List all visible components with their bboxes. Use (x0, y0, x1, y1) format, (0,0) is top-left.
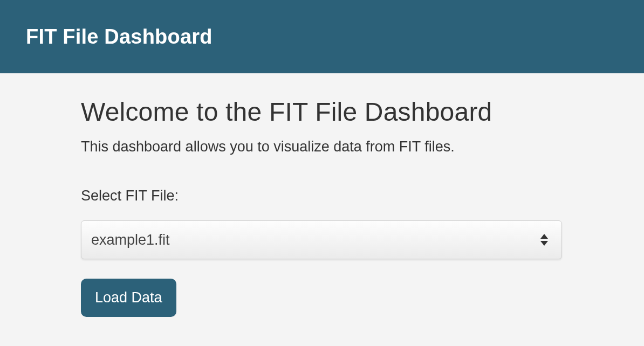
file-select[interactable]: example1.fit (81, 220, 562, 259)
main-content: Welcome to the FIT File Dashboard This d… (0, 73, 644, 317)
welcome-heading: Welcome to the FIT File Dashboard (81, 97, 563, 127)
load-data-button[interactable]: Load Data (81, 279, 176, 317)
app-title: FIT File Dashboard (26, 25, 213, 49)
welcome-description: This dashboard allows you to visualize d… (81, 139, 563, 155)
file-select-wrapper: example1.fit (81, 220, 562, 259)
file-select-label: Select FIT File: (81, 188, 563, 204)
app-header: FIT File Dashboard (0, 0, 644, 73)
